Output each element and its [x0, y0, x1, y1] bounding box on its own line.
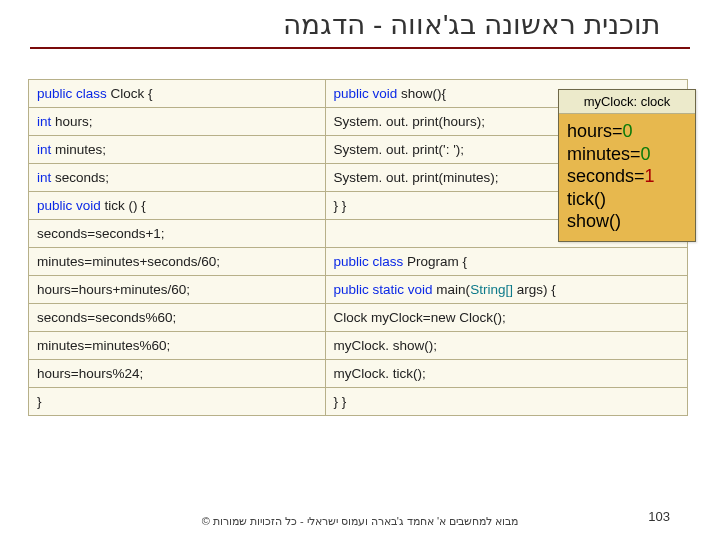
code-cell-left: int seconds;	[29, 164, 326, 192]
code-cell-left: seconds=seconds%60;	[29, 304, 326, 332]
overlay-header: myClock: clock	[559, 90, 695, 114]
overlay-line: seconds=1	[567, 165, 687, 188]
slide: תוכנית ראשונה בג'אווה - הדגמה public cla…	[0, 0, 720, 540]
object-overlay: myClock: clock hours=0minutes=0seconds=1…	[558, 89, 696, 242]
overlay-line: tick()	[567, 188, 687, 211]
overlay-line: show()	[567, 210, 687, 233]
page-number: 103	[648, 509, 670, 524]
content-area: public class Clock {public void show(){i…	[28, 79, 692, 416]
code-cell-right: Clock myClock=new Clock();	[325, 304, 687, 332]
code-cell-left: hours=hours%24;	[29, 360, 326, 388]
slide-title: תוכנית ראשונה בג'אווה - הדגמה	[0, 0, 720, 47]
code-cell-right: public static void main(String[] args) {	[325, 276, 687, 304]
code-cell-left: hours=hours+minutes/60;	[29, 276, 326, 304]
code-cell-right: public class Program {	[325, 248, 687, 276]
code-cell-right: } }	[325, 388, 687, 416]
code-cell-left: int hours;	[29, 108, 326, 136]
overlay-line: hours=0	[567, 120, 687, 143]
code-cell-left: minutes=minutes%60;	[29, 332, 326, 360]
code-cell-left: public class Clock {	[29, 80, 326, 108]
footer-text: מבוא למחשבים א' אחמד ג'בארה ועמוס ישראלי…	[0, 515, 720, 528]
overlay-body: hours=0minutes=0seconds=1tick()show()	[559, 114, 695, 241]
code-cell-left: public void tick () {	[29, 192, 326, 220]
code-cell-right: myClock. show();	[325, 332, 687, 360]
overlay-line: minutes=0	[567, 143, 687, 166]
code-cell-left: }	[29, 388, 326, 416]
code-cell-right: myClock. tick();	[325, 360, 687, 388]
code-cell-left: minutes=minutes+seconds/60;	[29, 248, 326, 276]
code-cell-left: int minutes;	[29, 136, 326, 164]
title-underline	[30, 47, 690, 49]
code-cell-left: seconds=seconds+1;	[29, 220, 326, 248]
